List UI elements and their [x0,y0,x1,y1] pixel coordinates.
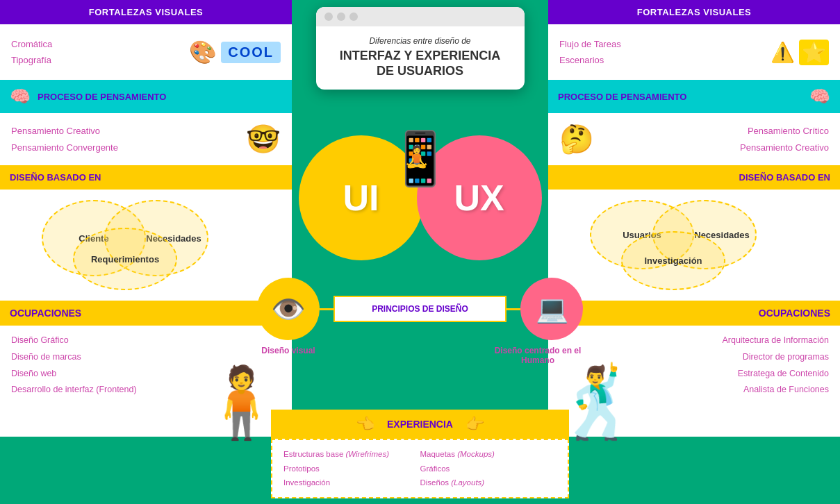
creativo-label: Pensamiento Creativo [11,123,118,139]
main-container: FORTALEZAS VISUALES Cromática Tipografía… [0,0,840,504]
left-ocupaciones-content: Diseño Gráfico Diseño de marcas Diseño w… [0,326,292,437]
left-diseno-header: DISEÑO BASADO EN [0,165,292,190]
cool-badge: COOL [221,42,281,63]
exp-col-left: Estructuras base (Wirefrimes) Prototipos… [283,447,420,490]
creativo-right-label: Pensamiento Creativo [740,140,829,156]
estratega: Estratega de Contenido [615,366,829,383]
right-proceso-content: 🤔 Pensamiento Crítico Pensamiento Creati… [548,113,840,165]
window-title-area: Diferencias entre diseño de INTERFAZ Y E… [316,26,525,83]
diseno-grafico: Diseño Gráfico [11,333,281,349]
left-fortalezas-title: FORTALEZAS VISUALES [89,7,204,17]
dot3 [349,12,358,21]
principios-sublabels: Diseño visual Diseño centrado en el Huma… [247,346,593,365]
exp-graficos: Gráficos [420,462,557,476]
window-titlebar [316,7,525,26]
left-proceso-title: PROCESO DE PENSAMIENTO [38,92,166,102]
left-proceso-content: Pensamiento Creativo Pensamiento Converg… [0,113,292,165]
diseno-humano-label: Diseño centrado en el Humano [482,346,593,365]
exp-wireframes: Estructuras base (Wirefrimes) [283,447,420,462]
convergente-label: Pensamiento Convergente [11,140,118,156]
principios-label: PRINCIPIOS DE DISEÑO [333,296,507,322]
eye-circle: 👁️ [257,278,320,340]
dot1 [324,12,333,21]
center-window: Diferencias entre diseño de INTERFAZ Y E… [316,7,525,90]
hand-right-icon: 👉 [466,415,484,433]
right-ocupaciones-content: 🕺 Arquitectura de Información Director d… [548,326,840,437]
ux-label: UX [454,177,504,219]
right-proceso-text: Pensamiento Crítico Pensamiento Creativo [740,123,829,156]
star-icon: ⭐ [799,40,829,65]
brain-left-icon: 🧠 [10,87,31,106]
window-main-title: INTERFAZ Y EXPERIENCIADE USUARIOS [330,49,511,78]
palette-icon: 🎨 [189,39,217,65]
exp-investigacion: Investigación [283,476,420,490]
arquitectura: Arquitectura de Información [615,333,829,349]
right-proceso-header: PROCESO DE PENSAMIENTO 🧠 [548,80,840,113]
right-ocupaciones-header: OCUPACIONES [548,301,840,326]
line-right [507,308,520,310]
right-fortalezas-title: FORTALEZAS VISUALES [637,7,752,17]
exp-row: Estructuras base (Wirefrimes) Prototipos… [283,447,557,490]
right-diseno-header: DISEÑO BASADO EN [548,165,840,190]
right-proceso-title: PROCESO DE PENSAMIENTO [558,92,686,102]
warning-icon: ⚠️ [771,41,795,64]
principios-title: PRINCIPIOS DE DISEÑO [372,304,468,314]
left-panel: FORTALEZAS VISUALES Cromática Tipografía… [0,0,292,504]
left-ocupaciones-title: OCUPACIONES [10,308,81,319]
hand-left-icon: 👈 [356,415,374,433]
flujo-label: Flujo de Tareas [559,36,757,52]
left-proceso-header: 🧠 PROCESO DE PENSAMIENTO [0,80,292,113]
exp-prototipos: Prototipos [283,462,420,476]
right-venn-area: Usuarios Necesidades Investigación [548,190,840,301]
left-fortalezas-header: FORTALEZAS VISUALES [0,0,292,24]
line-left [320,308,333,310]
person-circle: 💻 [520,278,583,340]
right-ocupaciones-title: OCUPACIONES [759,308,830,319]
left-venn-area: Cliente Necesidades Requerimientos [0,190,292,301]
left-diseno-title: DISEÑO BASADO EN [10,172,101,183]
left-fortalezas-content: Cromática Tipografía 🎨 COOL [0,24,292,80]
tipografia-label: Tipografía [11,52,52,68]
window-subtitle: Diferencias entre diseño de [330,36,511,46]
right-panel: FORTALEZAS VISUALES Flujo de Tareas Esce… [548,0,840,504]
right-fortalezas-content: Flujo de Tareas Escenarios ⚠️ ⭐ [548,24,840,80]
brain-right-icon: 🧠 [809,87,830,106]
right-fortalezas-icons: ⚠️ ⭐ [771,40,829,65]
left-ocupaciones-header: OCUPACIONES [0,301,292,326]
right-fortalezas-text: Flujo de Tareas Escenarios [559,36,757,69]
nerd-icon: 🤓 [246,123,281,156]
venn-investigacion: Investigación [621,231,725,290]
left-venn-container: Cliente Necesidades Requerimientos [42,196,250,294]
exp-mockups: Maquetas (Mockups) [420,447,557,462]
right-diseno-title: DISEÑO BASADO EN [739,172,830,183]
thinking-icon: 🤔 [559,123,594,156]
director: Director de programas [615,349,829,366]
left-proceso-text: Pensamiento Creativo Pensamiento Converg… [11,123,118,156]
escenarios-label: Escenarios [559,52,757,68]
diseno-visual-label: Diseño visual [247,346,330,365]
analista: Analista de Funciones [615,382,829,398]
experiencia-section: 👈 EXPERIENCIA 👉 Estructuras base (Wirefr… [271,410,569,498]
dot2 [337,12,345,21]
experiencia-header: 👈 EXPERIENCIA 👉 [271,410,569,439]
ui-label: UI [343,177,379,219]
exp-layouts: Diseños (Layouts) [420,476,557,490]
right-venn-container: Usuarios Necesidades Investigación [590,196,798,294]
exp-col-right: Maquetas (Mockups) Gráficos Diseños (Lay… [420,447,557,490]
cromatica-label: Cromática [11,36,52,52]
left-fortalezas-icons: 🎨 COOL [189,39,281,65]
phone-figure: 📱🧘 [388,128,453,214]
experiencia-content: Estructuras base (Wirefrimes) Prototipos… [271,439,569,498]
ui-ux-area: UI UX 📱🧘 [292,135,549,281]
critico-label: Pensamiento Crítico [740,123,829,139]
experiencia-title: EXPERIENCIA [381,419,459,430]
left-fortalezas-text: Cromática Tipografía [11,36,52,69]
right-fortalezas-header: FORTALEZAS VISUALES [548,0,840,24]
principios-row: 👁️ PRINCIPIOS DE DISEÑO 💻 [257,278,583,340]
venn-circle-requerimientos: Requerimientos [73,228,177,290]
